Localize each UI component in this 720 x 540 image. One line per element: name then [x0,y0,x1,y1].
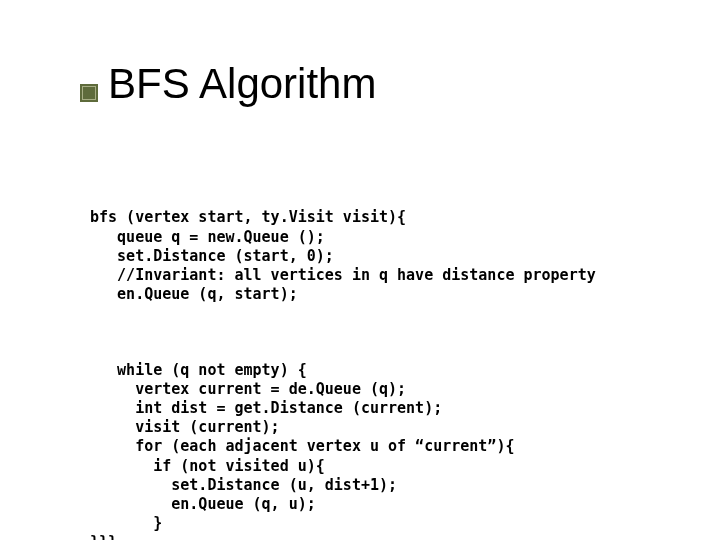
slide: BFS Algorithm bfs (vertex start, ty.Visi… [0,0,720,540]
code-section-1: bfs (vertex start, ty.Visit visit){ queu… [90,208,710,304]
slide-title: BFS Algorithm [108,60,376,108]
title-bullet-icon [80,84,98,102]
code-section-2: while (q not empty) { vertex current = d… [90,361,710,540]
code-block: bfs (vertex start, ty.Visit visit){ queu… [90,170,710,540]
title-row: BFS Algorithm [80,60,376,108]
